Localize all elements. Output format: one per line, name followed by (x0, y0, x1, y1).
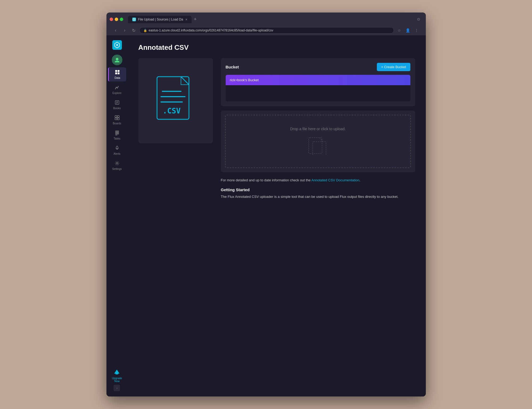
books-icon (114, 100, 120, 106)
sidebar-item-explore[interactable]: Explore (108, 83, 126, 97)
drop-zone-text: Drop a file here or click to upload. (290, 127, 346, 131)
svg-rect-15 (117, 118, 119, 120)
sidebar-item-alerts[interactable]: Alerts (108, 143, 126, 157)
getting-started-heading: Getting Started (221, 187, 415, 192)
svg-point-3 (116, 58, 118, 60)
sidebar-bottom: Upgrade Now › (112, 369, 122, 393)
app-layout: Data Explore (106, 35, 426, 396)
doc-link[interactable]: Annotated CSV Documentation (311, 178, 360, 182)
url-text: eastus-1.azure.cloud2.influxdata.com/org… (149, 28, 390, 32)
sidebar-item-tasks-label: Tasks (114, 137, 121, 140)
bucket-section: Bucket + Create Bucket rick+book's Bucke… (221, 58, 415, 106)
svg-rect-12 (115, 116, 117, 117)
main-content: Annotated CSV (128, 35, 426, 396)
alerts-icon (114, 145, 120, 152)
tasks-icon (114, 130, 120, 136)
svg-rect-19 (115, 135, 117, 135)
tab-title: File Upload | Sources | Load Da (138, 18, 183, 21)
info-prefix: For more detailed and up to date informa… (221, 178, 311, 182)
tab-favicon (132, 18, 136, 21)
bucket-label: Bucket (226, 65, 239, 69)
page-title: Annotated CSV (138, 43, 415, 52)
sidebar-item-tasks[interactable]: Tasks (108, 128, 126, 142)
sidebar-item-settings[interactable]: Settings (108, 158, 126, 173)
sidebar: Data Explore (106, 35, 128, 396)
right-panel: Bucket + Create Bucket rick+book's Bucke… (221, 58, 415, 201)
sidebar-item-boards-label: Boards (113, 122, 121, 125)
address-bar[interactable]: 🔒 eastus-1.azure.cloud2.influxdata.com/o… (139, 27, 394, 34)
info-suffix: . (360, 178, 361, 182)
csv-file-icon: .CSV (154, 74, 197, 127)
sidebar-item-boards[interactable]: Boards (108, 113, 126, 127)
sidebar-item-settings-label: Settings (112, 167, 122, 170)
sidebar-logo (111, 39, 123, 51)
drop-zone-container: Drop a file here or click to upload. (221, 111, 415, 172)
svg-rect-16 (115, 131, 119, 132)
csv-illustration: .CSV (138, 58, 213, 143)
bucket-list: rick+book's Bucket (226, 75, 410, 101)
sidebar-item-alerts-label: Alerts (114, 152, 121, 155)
nav-right-buttons: ☆ 👤 ⋮ (396, 27, 420, 34)
upgrade-button[interactable]: Upgrade Now (112, 369, 122, 383)
bookmark-button[interactable]: ☆ (396, 27, 403, 34)
svg-rect-7 (118, 72, 119, 74)
sidebar-item-books[interactable]: Books (108, 98, 126, 112)
browser-navbar: ‹ › ↻ 🔒 eastus-1.azure.cloud2.influxdata… (110, 25, 423, 35)
new-tab-button[interactable]: + (192, 15, 199, 23)
info-section: For more detailed and up to date informa… (221, 177, 415, 201)
user-avatar[interactable] (112, 55, 122, 65)
svg-rect-28 (309, 138, 322, 154)
svg-rect-22 (116, 374, 118, 374)
svg-rect-18 (115, 133, 119, 134)
drop-zone[interactable]: Drop a file here or click to upload. (225, 115, 411, 168)
boards-icon (114, 115, 120, 121)
back-button[interactable]: ‹ (112, 27, 119, 34)
explore-icon (114, 85, 120, 91)
svg-text:.CSV: .CSV (163, 107, 181, 115)
close-button[interactable] (110, 18, 113, 21)
more-button[interactable]: ⋮ (413, 27, 420, 34)
browser-chrome: File Upload | Sources | Load Da × + ⊙ ‹ … (106, 13, 426, 35)
influxdb-logo[interactable] (112, 40, 122, 50)
create-bucket-button[interactable]: + Create Bucket (377, 63, 410, 71)
profile-button[interactable]: 👤 (405, 27, 411, 34)
info-text: For more detailed and up to date informa… (221, 178, 415, 183)
svg-point-2 (116, 44, 118, 46)
traffic-lights (110, 18, 123, 21)
settings-icon (114, 161, 120, 167)
active-tab[interactable]: File Upload | Sources | Load Da × (128, 16, 192, 23)
browser-titlebar: File Upload | Sources | Load Da × + ⊙ (110, 15, 423, 23)
sidebar-item-data-label: Data (114, 76, 120, 79)
sidebar-collapse-button[interactable]: › (114, 385, 120, 391)
sidebar-item-explore-label: Explore (113, 92, 122, 95)
upgrade-icon (113, 369, 120, 376)
getting-started-text: The Flux Annotated CSV uploader is a sim… (221, 194, 415, 200)
sidebar-item-books-label: Books (113, 107, 121, 110)
svg-rect-4 (115, 70, 117, 72)
browser-menu[interactable]: ⊙ (415, 17, 423, 21)
svg-rect-17 (115, 132, 119, 133)
minimize-button[interactable] (115, 18, 118, 21)
forward-button[interactable]: › (121, 27, 128, 34)
bucket-list-item[interactable]: rick+book's Bucket (226, 75, 410, 85)
browser-window: File Upload | Sources | Load Da × + ⊙ ‹ … (106, 13, 426, 396)
browser-tabs: File Upload | Sources | Load Da × + (128, 15, 413, 23)
bucket-header: Bucket + Create Bucket (226, 63, 410, 71)
sidebar-item-data[interactable]: Data (108, 67, 126, 81)
svg-point-21 (116, 162, 118, 164)
svg-rect-6 (115, 72, 117, 74)
content-row: .CSV Bucket + Create Bucket rick+book's … (138, 58, 415, 201)
svg-point-1 (134, 19, 135, 20)
maximize-button[interactable] (120, 18, 123, 21)
data-icon (115, 69, 120, 76)
svg-rect-5 (118, 70, 119, 72)
svg-rect-29 (313, 142, 326, 155)
svg-rect-13 (117, 116, 119, 117)
refresh-button[interactable]: ↻ (130, 27, 137, 34)
upload-file-icon (307, 136, 329, 156)
svg-rect-14 (115, 118, 117, 120)
tab-close-button[interactable]: × (185, 17, 187, 22)
upgrade-label: Upgrade Now (112, 377, 122, 383)
lock-icon: 🔒 (143, 29, 147, 32)
